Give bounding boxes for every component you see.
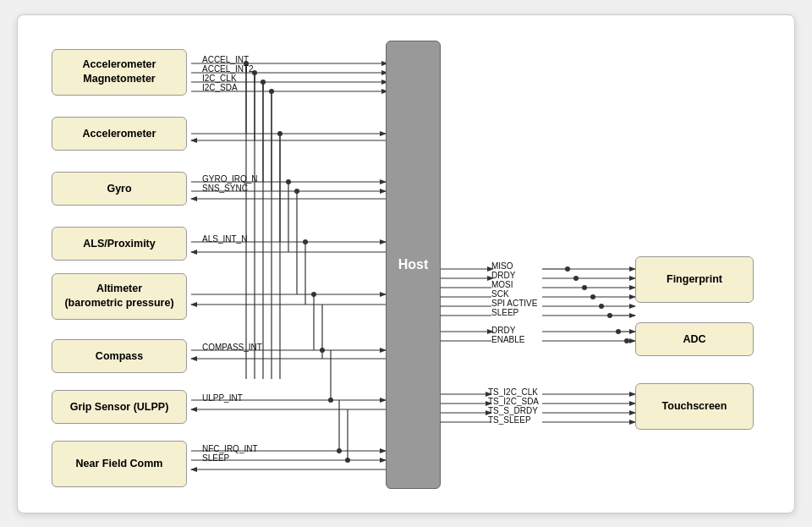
signal-spi-active: SPI ACTIVE bbox=[491, 299, 537, 308]
signal-gyro-irq: GYRO_IRQ_N bbox=[202, 174, 258, 184]
signal-nfc-irq: NFC_IRQ_INT bbox=[202, 444, 258, 453]
host-label: Host bbox=[398, 257, 429, 272]
gyro-label: Gyro bbox=[107, 183, 131, 195]
gyro-box: Gyro bbox=[52, 172, 187, 206]
touchscreen-box: Touchscreen bbox=[635, 383, 754, 430]
signal-ts-s-drdy: TS_S_DRDY bbox=[488, 406, 538, 415]
svg-point-89 bbox=[573, 276, 579, 281]
svg-point-67 bbox=[345, 458, 350, 463]
svg-point-115 bbox=[616, 329, 621, 334]
altimeter-label: Altimeter (barometric pressure) bbox=[64, 282, 173, 311]
nfc-box: Near Field Comm bbox=[52, 441, 187, 487]
nfc-label: Near Field Comm bbox=[76, 458, 163, 469]
svg-marker-29 bbox=[190, 138, 197, 143]
signal-miso: MISO bbox=[491, 261, 513, 271]
accel-mag-box: Accelerometer Magnetometer bbox=[52, 49, 187, 96]
svg-marker-39 bbox=[190, 196, 197, 201]
svg-point-97 bbox=[607, 313, 612, 318]
signal-als-int: ALS_INT_N bbox=[202, 234, 247, 244]
signal-ts-i2c-clk: TS_I2C_CLK bbox=[488, 387, 538, 397]
svg-point-33 bbox=[294, 189, 299, 194]
compass-label: Compass bbox=[96, 350, 143, 362]
svg-marker-45 bbox=[190, 250, 197, 255]
signal-ts-i2c-sda: TS_I2C_SDA bbox=[488, 397, 539, 406]
als-label: ALS/Proximity bbox=[83, 238, 155, 250]
svg-point-41 bbox=[303, 239, 308, 244]
fingerprint-label: Fingerprint bbox=[667, 273, 722, 285]
svg-marker-57 bbox=[190, 356, 197, 361]
adc-label: ADC bbox=[683, 333, 705, 345]
accel-label: Accelerometer bbox=[83, 128, 156, 140]
accel-mag-label: Accelerometer Magnetometer bbox=[83, 58, 156, 87]
signal-sck: SCK bbox=[491, 289, 509, 299]
adc-box: ADC bbox=[635, 322, 754, 356]
svg-point-93 bbox=[590, 294, 595, 299]
touchscreen-label: Touchscreen bbox=[662, 400, 727, 412]
svg-point-53 bbox=[320, 348, 325, 353]
svg-marker-109 bbox=[629, 313, 636, 318]
svg-point-31 bbox=[286, 179, 291, 184]
signal-drdy-fp: DRDY bbox=[491, 271, 515, 280]
svg-marker-73 bbox=[190, 467, 197, 472]
signal-mosi: MOSI bbox=[491, 280, 513, 289]
signal-accel-int: ACCEL_INT bbox=[202, 55, 249, 64]
svg-point-7 bbox=[261, 80, 266, 85]
svg-point-65 bbox=[337, 448, 342, 453]
svg-point-10 bbox=[269, 89, 274, 94]
signal-compass-int: COMPASS_INT bbox=[202, 343, 262, 352]
grip-label: Grip Sensor (ULPP) bbox=[70, 401, 169, 413]
grip-box: Grip Sensor (ULPP) bbox=[52, 390, 187, 424]
svg-marker-51 bbox=[190, 302, 197, 307]
altimeter-box: Altimeter (barometric pressure) bbox=[52, 273, 187, 320]
signal-i2c-sda: I2C_SDA bbox=[202, 83, 238, 92]
svg-point-91 bbox=[582, 285, 587, 290]
signal-enable: ENABLE bbox=[491, 335, 524, 344]
fingerprint-box: Fingerprint bbox=[635, 256, 754, 303]
als-box: ALS/Proximity bbox=[52, 227, 187, 261]
svg-point-47 bbox=[311, 292, 316, 297]
svg-point-119 bbox=[624, 338, 629, 343]
host-box: Host bbox=[386, 41, 441, 489]
signal-ulpp-int: ULPP_INT bbox=[202, 393, 243, 403]
signal-i2c-clk: I2C_CLK bbox=[202, 74, 237, 83]
svg-point-95 bbox=[599, 304, 604, 309]
compass-box: Compass bbox=[52, 339, 187, 373]
accel-box: Accelerometer bbox=[52, 117, 187, 151]
signal-ts-sleep: TS_SLEEP bbox=[488, 415, 531, 425]
signal-drdy-adc: DRDY bbox=[491, 326, 515, 335]
svg-point-87 bbox=[565, 266, 570, 272]
signal-sns-sync: SNS_SYNC bbox=[202, 184, 248, 193]
diagram-container: Accelerometer Magnetometer Accelerometer… bbox=[17, 14, 795, 513]
svg-point-59 bbox=[328, 398, 333, 403]
svg-marker-63 bbox=[190, 407, 197, 412]
svg-marker-107 bbox=[629, 304, 636, 309]
svg-point-24 bbox=[277, 131, 283, 136]
signal-accel-int2: ACCEL_INT2 bbox=[202, 64, 254, 74]
signal-fp-sleep: SLEEP bbox=[491, 308, 518, 317]
signal-nfc-sleep: SLEEP bbox=[202, 453, 229, 463]
